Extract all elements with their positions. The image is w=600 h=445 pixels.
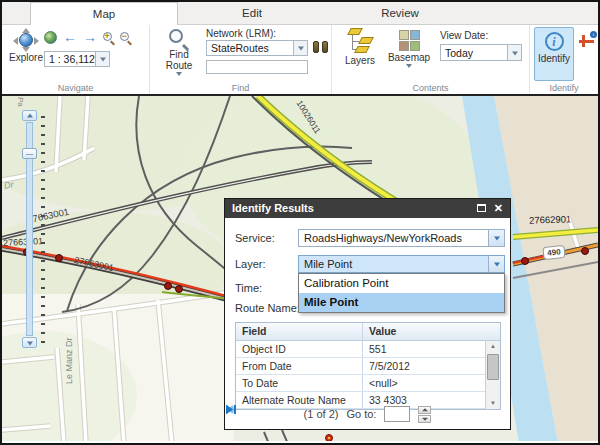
view-date-combo[interactable]: Today bbox=[440, 44, 522, 61]
network-lrm-label: Network (LRM): bbox=[206, 28, 276, 39]
identify-group-label: Identify bbox=[530, 83, 598, 93]
service-combo[interactable]: RoadsHighways/NewYorkRoads bbox=[298, 229, 505, 247]
layer-label: Layer: bbox=[235, 258, 266, 270]
map-canvas[interactable]: Pa Dr 27663001 27663101 27663001 1002601… bbox=[2, 94, 598, 441]
street-label-dr: Dr bbox=[3, 179, 14, 190]
explore-button[interactable]: Explore bbox=[7, 28, 45, 63]
zoom-in-icon[interactable]: + bbox=[103, 32, 114, 43]
zoom-slider-minus-button[interactable] bbox=[22, 337, 37, 348]
table-scrollbar[interactable]: ▲ ▼ bbox=[485, 341, 500, 409]
identify-info-icon: i bbox=[545, 32, 564, 51]
zoom-slider-thumb[interactable] bbox=[22, 148, 37, 159]
tab-map[interactable]: Map bbox=[30, 2, 178, 25]
scale-dropdown-arrow[interactable] bbox=[95, 52, 109, 66]
tab-edit[interactable]: Edit bbox=[178, 2, 326, 24]
field-cell: To Date bbox=[236, 375, 363, 391]
table-row[interactable]: To Date <null> bbox=[236, 375, 500, 392]
basemap-dropdown-caret bbox=[406, 64, 412, 68]
group-navigate: Explore ← → + − 1 : 36,112 Navigate bbox=[2, 25, 149, 94]
view-date-dropdown-arrow[interactable] bbox=[507, 45, 521, 60]
service-dropdown-arrow[interactable] bbox=[488, 230, 504, 246]
binoculars-icon[interactable] bbox=[313, 41, 328, 54]
table-row[interactable]: From Date 7/5/2012 bbox=[236, 358, 500, 375]
group-find: Find Route Network (LRM): StateRoutes Fi… bbox=[149, 25, 331, 94]
network-dropdown-arrow[interactable] bbox=[293, 41, 307, 55]
layers-icon bbox=[346, 28, 374, 55]
route-search-input[interactable] bbox=[206, 60, 308, 74]
field-cell: From Date bbox=[236, 358, 363, 374]
identify-route-location-icon[interactable]: i bbox=[578, 31, 597, 49]
layers-button[interactable]: Layers bbox=[340, 28, 380, 66]
layer-combo[interactable]: Mile Point bbox=[298, 255, 505, 273]
field-cell: Object ID bbox=[236, 341, 363, 357]
explore-label: Explore bbox=[7, 52, 45, 63]
value-cell: <null> bbox=[363, 375, 500, 391]
map-scale-value: 1 : 36,112 bbox=[49, 53, 95, 65]
explore-compass-icon bbox=[13, 28, 39, 52]
contents-group-label: Contents bbox=[332, 83, 529, 93]
map-scale-combo[interactable]: 1 : 36,112 bbox=[44, 51, 110, 67]
maximize-icon[interactable] bbox=[477, 204, 486, 212]
route-name-label: Route Name: bbox=[235, 302, 300, 314]
zoom-slider-ticks bbox=[41, 116, 45, 346]
find-route-label-1: Find bbox=[160, 49, 198, 60]
dropdown-item-calibration-point[interactable]: Calibration Point bbox=[299, 274, 504, 293]
basemap-icon bbox=[399, 30, 420, 51]
spinner-down-icon[interactable] bbox=[418, 415, 431, 423]
identify-label: Identify bbox=[535, 53, 573, 64]
spinner-up-icon[interactable] bbox=[418, 406, 431, 414]
identify-button[interactable]: i Identify bbox=[534, 27, 574, 81]
find-route-dropdown-caret bbox=[176, 72, 182, 76]
ribbon: Explore ← → + − 1 : 36,112 Navigate Find… bbox=[2, 25, 598, 94]
zoom-out-icon[interactable]: − bbox=[120, 32, 131, 43]
table-row[interactable]: Object ID 551 bbox=[236, 341, 500, 358]
next-extent-icon[interactable]: → bbox=[83, 31, 97, 44]
page-indicator: (1 of 2) bbox=[304, 408, 339, 420]
group-identify: i Identify i Identify bbox=[529, 25, 598, 94]
application-window: Map Edit Review Explore ← → + − 1 : 36,1… bbox=[0, 0, 600, 445]
find-route-button[interactable]: Find Route bbox=[160, 29, 198, 76]
street-label-le-manz-dr: Le Manz Dr bbox=[64, 324, 74, 384]
goto-spinner bbox=[418, 406, 431, 423]
view-date-label: View Date: bbox=[440, 30, 488, 41]
goto-label: Go to: bbox=[346, 408, 376, 420]
basemap-button[interactable]: Basemap bbox=[386, 28, 432, 68]
navigate-group-label: Navigate bbox=[2, 83, 149, 93]
layer-dropdown-list: Calibration Point Mile Point bbox=[298, 273, 505, 313]
field-column-header: Field bbox=[236, 323, 363, 340]
close-icon[interactable]: ✕ bbox=[494, 200, 503, 217]
network-lrm-combo[interactable]: StateRoutes bbox=[206, 40, 308, 56]
attributes-table: Field Value Object ID 551 From Date 7/5/… bbox=[235, 322, 501, 410]
tab-review[interactable]: Review bbox=[326, 2, 474, 24]
scrollbar-up-arrow[interactable]: ▲ bbox=[486, 341, 500, 352]
find-route-label-2: Route bbox=[160, 60, 198, 71]
dialog-title-bar[interactable]: Identify Results ✕ bbox=[225, 199, 510, 218]
value-column-header: Value bbox=[363, 323, 500, 340]
dialog-title: Identify Results bbox=[232, 202, 314, 214]
full-extent-globe-icon[interactable] bbox=[44, 31, 57, 44]
find-route-magnifier-icon bbox=[169, 29, 189, 49]
ribbon-tab-bar: Map Edit Review bbox=[2, 2, 598, 25]
layer-dropdown-arrow[interactable] bbox=[488, 256, 504, 272]
group-contents: Layers Basemap View Date: Today Contents bbox=[331, 25, 529, 94]
street-label-top-left: Pa bbox=[16, 97, 25, 107]
value-cell: 7/5/2012 bbox=[363, 358, 500, 374]
scrollbar-thumb[interactable] bbox=[487, 354, 499, 380]
layers-label: Layers bbox=[340, 55, 380, 66]
goto-page-input[interactable] bbox=[384, 406, 410, 422]
service-label: Service: bbox=[235, 232, 275, 244]
find-group-label: Find bbox=[150, 83, 331, 93]
basemap-label: Basemap bbox=[386, 52, 432, 63]
zoom-slider-plus-button[interactable] bbox=[22, 110, 37, 121]
service-value: RoadsHighways/NewYorkRoads bbox=[304, 232, 462, 244]
highway-shield-490: 490 bbox=[542, 245, 565, 260]
last-page-icon[interactable] bbox=[225, 404, 237, 415]
table-header-row: Field Value bbox=[236, 323, 500, 341]
identify-results-dialog: Identify Results ✕ Service: RoadsHighway… bbox=[224, 198, 511, 430]
route-label-27662901: 27662901 bbox=[529, 213, 572, 225]
layer-value: Mile Point bbox=[304, 258, 352, 270]
pagination-bar: (1 of 2) Go to: bbox=[225, 404, 510, 424]
previous-extent-icon[interactable]: ← bbox=[63, 31, 77, 44]
value-cell: 551 bbox=[363, 341, 500, 357]
dropdown-item-mile-point[interactable]: Mile Point bbox=[299, 293, 504, 312]
